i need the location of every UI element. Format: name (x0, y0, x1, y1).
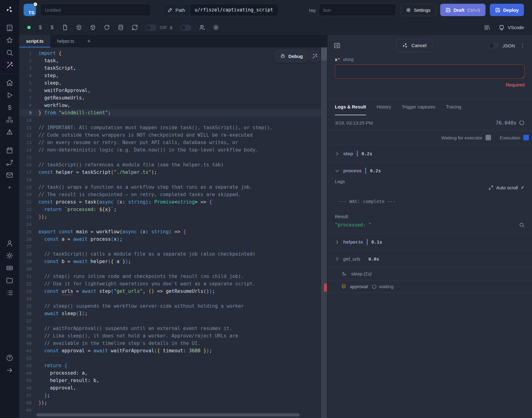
code-line[interactable]: 29 const b = await helper({ a }); (19, 258, 321, 265)
user-icon[interactable] (6, 240, 13, 247)
new-tab-button[interactable]: + (81, 35, 97, 47)
code-line[interactable]: 21const process = task(async (x: string)… (19, 198, 321, 206)
vertical-scrollbar[interactable] (321, 47, 327, 418)
workers-icon[interactable] (6, 264, 13, 272)
schedules-prism-icon[interactable] (6, 129, 13, 136)
timeline-row-process[interactable]: process 0.2s (327, 163, 532, 179)
calendar-icon[interactable] (6, 147, 13, 154)
add-plus-icon[interactable]: + (6, 184, 13, 191)
code-line[interactable]: 35 // sleep() suspends the workflow serv… (19, 302, 321, 310)
scrollbar-thumb[interactable] (321, 47, 327, 60)
tag-input[interactable] (319, 4, 396, 16)
expand-panel-icon[interactable] (334, 42, 340, 49)
code-line[interactable]: 30 (19, 265, 321, 273)
code-line[interactable]: 42 (19, 354, 321, 362)
history-icon[interactable] (104, 24, 110, 31)
tab-script-ts[interactable]: script.ts (19, 35, 50, 47)
kebab-menu-icon[interactable]: ⋮ (520, 42, 526, 49)
path-editor[interactable]: Path u/rfiszel/captivating_script (163, 4, 278, 16)
code-line[interactable]: 39 // Like sleep(), it does not hold a w… (19, 332, 321, 340)
autoscroll-control[interactable]: Auto scroll ✓ (335, 185, 525, 190)
code-line[interactable]: 7 getResumeUrls, (19, 94, 321, 102)
code-line[interactable]: 36 await sleep(1); (19, 310, 321, 317)
home-icon[interactable] (6, 79, 13, 86)
code-line[interactable]: 18 (19, 176, 321, 183)
code-line[interactable]: 3 taskScript, (19, 64, 321, 72)
windmill-logo-icon[interactable] (0, 0, 19, 19)
code-line[interactable]: 37 (19, 317, 321, 325)
code-line[interactable]: 47 }; (19, 392, 321, 399)
code-line[interactable]: 8 workflow, (19, 102, 321, 109)
vscode-button[interactable]: VScode (499, 24, 524, 31)
field-x-input[interactable] (335, 64, 525, 79)
diff-toggle[interactable] (145, 24, 157, 31)
refresh-icon[interactable] (131, 24, 138, 31)
deploy-button[interactable]: Deploy (490, 4, 524, 16)
plus-minus-icon[interactable]: ± (170, 24, 172, 31)
code-line[interactable]: 45 helper_result: b, (19, 377, 321, 384)
search-icon[interactable] (6, 49, 13, 56)
mail-icon[interactable] (6, 171, 13, 179)
folders-icon[interactable] (6, 277, 13, 284)
tab-history[interactable]: History (377, 99, 391, 115)
run-summary-row[interactable]: 3/18, 03:13:25 PM 76.040s (327, 115, 532, 130)
flows-route-icon[interactable] (6, 159, 13, 166)
timeline-row-approval[interactable]: approval waiting (327, 280, 532, 293)
timeline-row-helper[interactable]: helper.ts 0.1s (327, 234, 532, 251)
timeline-row-step[interactable]: step 0.2s (327, 145, 532, 163)
timeline-row-sleep[interactable]: sleep (1s) (327, 267, 532, 280)
code-editor[interactable]: 1import {2 task,3 taskScript,4 step,5 sl… (19, 47, 321, 418)
runs-play-icon[interactable] (6, 91, 13, 99)
json-toggle[interactable] (488, 42, 499, 49)
code-line[interactable]: 14// non-deterministic logic (e.g. Date.… (19, 146, 321, 154)
tab-tracing[interactable]: Tracing (446, 99, 461, 115)
code-line[interactable]: 48}); (19, 399, 321, 407)
settings-gear-icon[interactable] (6, 252, 13, 259)
code-line[interactable]: 11// IMPORTANT: All computation must hap… (19, 124, 321, 131)
workspace-icon[interactable] (6, 24, 13, 32)
code-line[interactable]: 16// taskScript() references a module fi… (19, 161, 321, 169)
draft-button[interactable]: Draft Ctrl+S (440, 4, 485, 16)
code-line[interactable]: 20// The result is checkpointed — on ret… (19, 191, 321, 198)
package-icon[interactable] (76, 24, 82, 31)
database-icon[interactable] (117, 24, 124, 31)
tab-trigger-captures[interactable]: Trigger captures (402, 99, 436, 115)
code-line[interactable]: 15 (19, 154, 321, 161)
code-line[interactable]: 33 const urls = await step("get_urls", (… (19, 288, 321, 295)
editor-settings-gear-icon[interactable] (213, 24, 219, 31)
code-line[interactable]: 9} from "windmill-client"; (19, 109, 321, 117)
settings-button[interactable]: Settings (401, 4, 436, 16)
file-icon[interactable] (62, 24, 68, 31)
variables-dollar-icon[interactable]: $ (38, 24, 42, 31)
code-line[interactable]: 44 processed: a, (19, 369, 321, 377)
code-line[interactable]: 19// task() wraps a function as a workfl… (19, 183, 321, 191)
help-icon[interactable] (6, 354, 13, 362)
code-line[interactable]: 12// Code outside these wrappers is NOT … (19, 131, 321, 139)
tab-helper-ts[interactable]: helper.ts (50, 35, 81, 47)
multiplayer-toggle[interactable] (180, 24, 191, 31)
code-line[interactable]: 41 const approval = await waitForApprova… (19, 347, 321, 354)
horizontal-scrollbar[interactable] (36, 413, 300, 416)
debug-button[interactable]: Debug (275, 50, 308, 62)
code-line[interactable]: 24 (19, 221, 321, 228)
code-line[interactable]: 40 // available in the timeline step's d… (19, 340, 321, 347)
code-line[interactable]: 34 (19, 295, 321, 302)
package-icon[interactable] (90, 24, 96, 31)
ai-wand-icon[interactable] (6, 61, 13, 69)
collapse-arrow-icon[interactable] (6, 367, 13, 374)
variables-dollar-icon[interactable]: $ (6, 104, 13, 111)
users-icon[interactable] (199, 24, 205, 31)
library-icon[interactable] (484, 24, 490, 31)
code-line[interactable]: 26 const a = await process(x); (19, 235, 321, 243)
code-line[interactable]: 10 (19, 117, 321, 124)
code-line[interactable]: 28 // taskScript() calls a module file a… (19, 250, 321, 258)
magnifier-icon[interactable] (519, 222, 525, 228)
cancel-button[interactable]: Cancel (396, 39, 432, 52)
code-line[interactable]: 6 waitForApproval, (19, 87, 321, 94)
code-line[interactable]: 22 return `processed: ${x}`; (19, 206, 321, 213)
code-line[interactable]: 31 // step() runs inline code and checkp… (19, 273, 321, 280)
code-line[interactable]: 27 (19, 243, 321, 250)
code-line[interactable]: 43 return { (19, 362, 321, 369)
script-name-input[interactable] (40, 4, 151, 16)
code-line[interactable]: 46 approval, (19, 384, 321, 392)
